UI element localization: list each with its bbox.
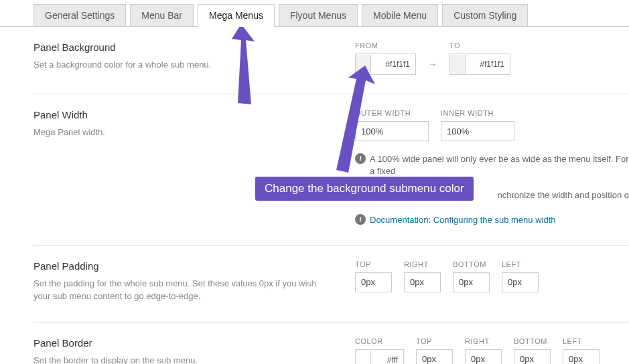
section-panel-padding: Panel Padding Set the padding for the wh…	[33, 246, 629, 323]
inner-width-input[interactable]	[441, 121, 514, 141]
gradient-arrow-icon: →	[428, 59, 437, 70]
padding-bottom-input[interactable]	[453, 272, 490, 292]
tab-flyout[interactable]: Flyout Menus	[279, 4, 358, 27]
panel-width-note1-text: A 100% wide panel will only ever be as w…	[370, 153, 629, 177]
padding-top-input[interactable]	[355, 272, 392, 292]
border-right-label: RIGHT	[465, 337, 502, 345]
from-swatch	[356, 55, 371, 74]
padding-left-input[interactable]	[502, 272, 539, 292]
panel-background-desc: Set a background color for a whole sub m…	[33, 58, 328, 72]
tab-mobile[interactable]: Mobile Menu	[362, 4, 438, 27]
to-swatch	[450, 55, 466, 74]
to-hex: #f1f1f1	[466, 60, 510, 69]
outer-width-label: OUTER WIDTH	[355, 109, 429, 117]
tab-menubar[interactable]: Menu Bar	[130, 4, 194, 27]
panel-background-title: Panel Background	[33, 41, 355, 53]
panel-width-title: Panel Width	[33, 109, 355, 120]
border-left-input[interactable]	[563, 349, 600, 364]
from-color-input[interactable]: #f1f1f1	[355, 54, 416, 75]
border-color-input[interactable]: #fff	[355, 349, 404, 364]
panel-width-doc-link[interactable]: Documentation: Configuring the sub menu …	[370, 214, 556, 226]
panel-width-doc: i Documentation: Configuring the sub men…	[355, 214, 629, 226]
border-top-input[interactable]	[416, 349, 453, 364]
border-right-input[interactable]	[465, 349, 502, 364]
border-swatch	[356, 351, 371, 364]
panel-width-note1: i A 100% wide panel will only ever be as…	[355, 153, 629, 177]
tab-general[interactable]: General Settings	[33, 4, 126, 27]
border-hex: #fff	[371, 355, 403, 364]
section-panel-width: Panel Width Mega Panel width. OUTER WIDT…	[33, 94, 629, 246]
border-color-label: COLOR	[355, 337, 404, 345]
padding-right-input[interactable]	[404, 272, 441, 292]
panel-border-desc: Set the border to display on the sub men…	[33, 354, 328, 364]
panel-padding-desc: Set the padding for the whole sub menu. …	[33, 277, 328, 303]
section-panel-background: Panel Background Set a background color …	[33, 27, 629, 94]
panel-width-note2-text: nchronize the width and position o	[497, 189, 629, 201]
info-icon: i	[355, 214, 366, 225]
outer-width-input[interactable]	[355, 121, 429, 141]
info-icon: i	[355, 153, 366, 164]
annotation-callout: Change the background submenu color	[255, 177, 474, 201]
padding-left-label: LEFT	[502, 260, 539, 268]
border-bottom-input[interactable]	[514, 349, 551, 364]
inner-width-label: INNER WIDTH	[441, 109, 514, 117]
panel-padding-title: Panel Padding	[33, 260, 355, 272]
padding-right-label: RIGHT	[404, 260, 441, 268]
border-top-label: TOP	[416, 337, 453, 345]
padding-bottom-label: BOTTOM	[453, 260, 490, 268]
tab-custom-styling[interactable]: Custom Styling	[442, 4, 528, 27]
tab-mega-menus[interactable]: Mega Menus	[198, 4, 275, 27]
panel-width-desc: Mega Panel width.	[33, 126, 328, 139]
settings-tabs: General Settings Menu Bar Mega Menus Fly…	[0, 0, 629, 27]
to-color-input[interactable]: #f1f1f1	[449, 54, 510, 75]
border-bottom-label: BOTTOM	[514, 337, 551, 345]
section-panel-border: Panel Border Set the border to display o…	[33, 323, 629, 364]
from-label: FROM	[355, 41, 416, 50]
from-hex: #f1f1f1	[371, 60, 415, 69]
border-left-label: LEFT	[563, 337, 600, 345]
panel-border-title: Panel Border	[33, 337, 355, 349]
to-label: TO	[449, 41, 510, 50]
padding-top-label: TOP	[355, 260, 392, 268]
